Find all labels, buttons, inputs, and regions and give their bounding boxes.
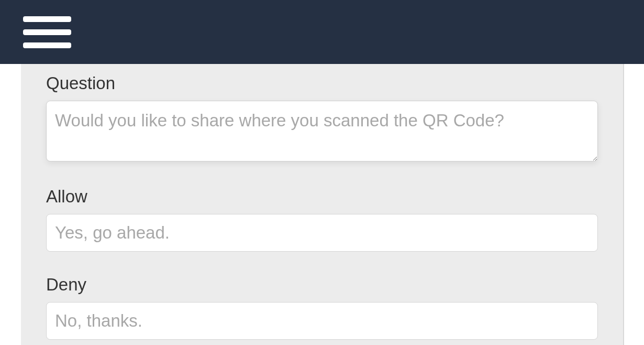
- field-group-allow: Allow: [46, 187, 598, 252]
- form-card: Question Allow Deny: [21, 64, 623, 345]
- allow-label: Allow: [46, 187, 598, 207]
- question-input[interactable]: [46, 101, 598, 161]
- deny-label: Deny: [46, 275, 598, 295]
- field-group-deny: Deny: [46, 275, 598, 340]
- field-group-question: Question: [46, 73, 598, 164]
- deny-input[interactable]: [46, 302, 598, 340]
- hamburger-bar: [23, 42, 71, 48]
- allow-input[interactable]: [46, 214, 598, 252]
- hamburger-icon[interactable]: [23, 16, 71, 48]
- page-body: Question Allow Deny: [0, 64, 644, 345]
- app-header: [0, 0, 644, 64]
- hamburger-bar: [23, 16, 71, 22]
- hamburger-bar: [23, 29, 71, 35]
- question-label: Question: [46, 73, 598, 93]
